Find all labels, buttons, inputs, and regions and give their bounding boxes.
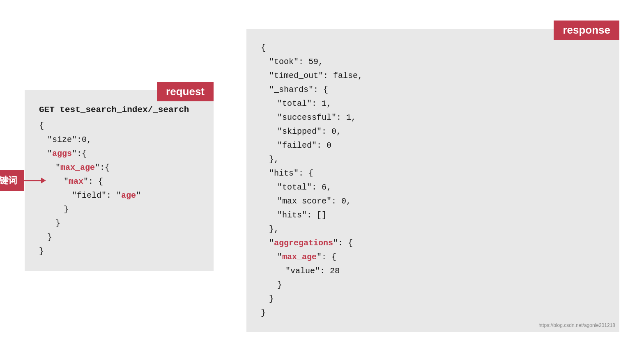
resp-line-17: } (277, 278, 603, 292)
arrow (21, 178, 46, 183)
resp-line-5: "successful": 1, (277, 111, 603, 125)
resp-line-13: }, (269, 222, 603, 236)
arrow-head (41, 178, 46, 183)
resp-line-15: "max_age": { (277, 250, 603, 264)
code-line-5: "field": "age" (72, 189, 197, 203)
request-label: request (157, 82, 214, 101)
code-line-2: "aggs":{ (47, 147, 197, 161)
resp-line-18: } (269, 292, 603, 306)
arrow-line (21, 180, 41, 181)
code-line-0: { (39, 119, 197, 133)
resp-line-4: "total": 1, (277, 97, 603, 111)
code-line-7: } (55, 217, 197, 231)
code-line-3: "max_age":{ (55, 161, 197, 175)
code-line-9: } (39, 244, 197, 258)
resp-line-9: "hits": { (269, 167, 603, 180)
request-endpoint: GET test_search_index/_search (39, 103, 197, 117)
request-code-block: GET test_search_index/_search { "size":0… (39, 103, 197, 258)
response-label: response (554, 21, 619, 40)
request-box: request GET test_search_index/_search { … (25, 90, 214, 271)
resp-line-16: "value": 28 (285, 264, 603, 278)
resp-line-12: "hits": [] (277, 208, 603, 222)
resp-line-1: "took": 59, (269, 55, 603, 69)
code-line-4: "max": { (64, 175, 197, 189)
watermark: https://blog.csdn.net/agonie201218 (538, 322, 615, 328)
resp-line-14: "aggregations": { (269, 236, 603, 250)
right-panel: response { "took": 59, "timed_out": fals… (246, 29, 619, 332)
response-box: { "took": 59, "timed_out": false, "_shar… (246, 29, 619, 332)
code-line-1: "size":0, (47, 133, 197, 147)
code-line-8: } (47, 231, 197, 244)
resp-line-3: "_shards": { (269, 83, 603, 97)
resp-line-2: "timed_out": false, (269, 69, 603, 83)
code-line-6: } (64, 203, 197, 217)
left-panel: 关键词 request GET test_search_index/_searc… (25, 90, 214, 271)
resp-line-0: { (261, 41, 603, 55)
resp-line-11: "max_score": 0, (277, 194, 603, 208)
page-container: 关键词 request GET test_search_index/_searc… (0, 0, 644, 361)
resp-line-10: "total": 6, (277, 180, 603, 194)
resp-line-6: "skipped": 0, (277, 125, 603, 139)
resp-line-7: "failed": 0 (277, 139, 603, 153)
resp-line-8: }, (269, 153, 603, 167)
response-code-block: { "took": 59, "timed_out": false, "_shar… (261, 41, 603, 320)
resp-line-19: } (261, 306, 603, 320)
